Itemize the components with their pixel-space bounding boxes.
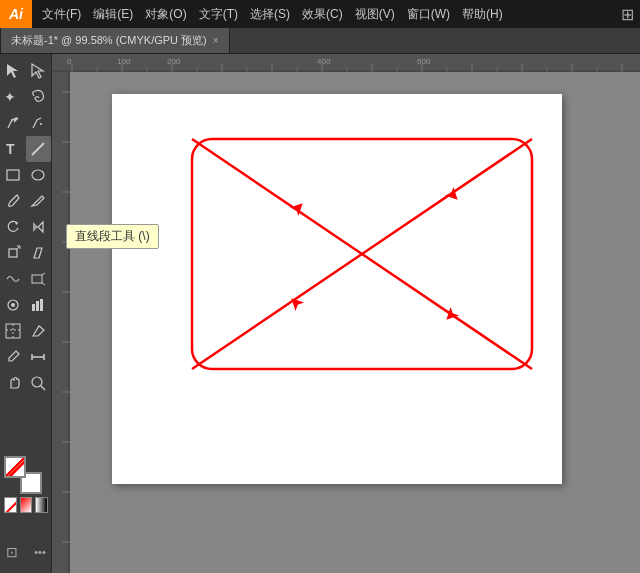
- free-transform-tool[interactable]: [26, 266, 52, 292]
- tool-row-2: ✦: [0, 84, 51, 110]
- toolbar-bottom: ⊡ •••: [0, 539, 52, 565]
- paintbrush-tool[interactable]: [0, 188, 26, 214]
- pencil-tool[interactable]: [26, 188, 52, 214]
- svg-rect-24: [52, 54, 640, 72]
- svg-text:100: 100: [117, 57, 131, 66]
- tool-row-6: [0, 188, 51, 214]
- svg-rect-10: [32, 304, 35, 311]
- svg-line-23: [5, 498, 17, 513]
- bar-chart-tool[interactable]: [26, 292, 52, 318]
- svg-rect-7: [32, 275, 42, 283]
- tooltip: 直线段工具 (\): [66, 224, 159, 249]
- svg-text:200: 200: [167, 57, 181, 66]
- workspace-icon[interactable]: ⊞: [621, 5, 634, 24]
- color-mode-row: [4, 497, 48, 513]
- svg-text:✦: ✦: [4, 89, 16, 105]
- svg-line-3: [32, 143, 44, 155]
- fill-box[interactable]: [4, 456, 26, 478]
- envelope-drawing: [182, 129, 542, 379]
- slice-tool[interactable]: [0, 318, 26, 344]
- zoom-tool[interactable]: [26, 370, 52, 396]
- svg-point-5: [32, 170, 44, 180]
- tool-row-4: T: [0, 136, 51, 162]
- tool-row-1: [0, 58, 51, 84]
- hand-tool[interactable]: [0, 370, 26, 396]
- menu-text[interactable]: 文字(T): [193, 0, 244, 28]
- svg-rect-4: [7, 170, 19, 180]
- menu-bar: 文件(F) 编辑(E) 对象(O) 文字(T) 选择(S) 效果(C) 视图(V…: [32, 0, 640, 28]
- menu-file[interactable]: 文件(F): [36, 0, 87, 28]
- type-tool[interactable]: T: [0, 136, 26, 162]
- main-area: ✦ T: [0, 54, 640, 573]
- direct-selection-tool[interactable]: [26, 58, 52, 84]
- svg-rect-54: [52, 72, 70, 573]
- change-screen-mode[interactable]: ⊡: [0, 539, 25, 565]
- warp-tool[interactable]: [0, 266, 26, 292]
- menu-help[interactable]: 帮助(H): [456, 0, 509, 28]
- tool-row-11: [0, 318, 51, 344]
- svg-point-9: [11, 303, 15, 307]
- tool-row-8: [0, 240, 51, 266]
- measure-tool[interactable]: [26, 344, 52, 370]
- more-tools[interactable]: •••: [27, 539, 53, 565]
- menu-edit[interactable]: 编辑(E): [87, 0, 139, 28]
- gradient-icon[interactable]: [35, 497, 48, 513]
- tool-row-10: [0, 292, 51, 318]
- svg-point-1: [11, 119, 13, 121]
- svg-line-68: [362, 139, 532, 254]
- rectangle-tool[interactable]: [0, 162, 26, 188]
- svg-rect-12: [40, 299, 43, 311]
- fill-stroke-boxes[interactable]: [4, 456, 42, 494]
- svg-line-69: [192, 254, 362, 369]
- left-toolbar: ✦ T: [0, 54, 52, 573]
- tooltip-text: 直线段工具 (\): [75, 229, 150, 243]
- svg-point-19: [32, 377, 42, 387]
- svg-text:0: 0: [67, 57, 72, 66]
- menu-effect[interactable]: 效果(C): [296, 0, 349, 28]
- mirror-tool[interactable]: [26, 214, 52, 240]
- menu-object[interactable]: 对象(O): [139, 0, 192, 28]
- tab-bar: 未标题-1* @ 99.58% (CMYK/GPU 预览) ×: [0, 28, 640, 54]
- ruler-top: 0 100 200 400 600: [52, 54, 640, 72]
- shear-tool[interactable]: [26, 240, 52, 266]
- menu-view[interactable]: 视图(V): [349, 0, 401, 28]
- svg-text:600: 600: [417, 57, 431, 66]
- svg-line-67: [192, 139, 362, 254]
- none-icon[interactable]: [4, 497, 17, 513]
- svg-line-20: [41, 386, 45, 390]
- view-mode-row: ⊡ •••: [0, 539, 53, 565]
- line-segment-tool[interactable]: [26, 136, 52, 162]
- selection-tool[interactable]: [0, 58, 26, 84]
- rotate-tool[interactable]: [0, 214, 26, 240]
- title-bar: Ai 文件(F) 编辑(E) 对象(O) 文字(T) 选择(S) 效果(C) 视…: [0, 0, 640, 28]
- svg-text:T: T: [6, 141, 15, 157]
- tool-row-13: [0, 370, 51, 396]
- magic-wand-tool[interactable]: ✦: [0, 84, 26, 110]
- tab-label: 未标题-1* @ 99.58% (CMYK/GPU 预览): [11, 33, 207, 48]
- tab-close-button[interactable]: ×: [213, 35, 219, 46]
- svg-line-70: [362, 254, 532, 369]
- eraser-tool[interactable]: [26, 318, 52, 344]
- pen-tool[interactable]: [0, 110, 26, 136]
- svg-rect-21: [6, 458, 26, 478]
- lasso-tool[interactable]: [26, 84, 52, 110]
- svg-line-22: [6, 458, 26, 478]
- tool-row-7: [0, 214, 51, 240]
- svg-rect-6: [9, 249, 17, 257]
- color-icon[interactable]: [20, 497, 33, 513]
- tool-row-9: [0, 266, 51, 292]
- canvas-area[interactable]: 0 100 200 400 600: [52, 54, 640, 573]
- active-tab[interactable]: 未标题-1* @ 99.58% (CMYK/GPU 预览) ×: [0, 28, 230, 53]
- menu-select[interactable]: 选择(S): [244, 0, 296, 28]
- color-area: [4, 456, 48, 513]
- svg-rect-13: [6, 324, 20, 338]
- pen-add-tool[interactable]: [26, 110, 52, 136]
- app-logo: Ai: [0, 0, 32, 28]
- eyedropper-tool[interactable]: [0, 344, 26, 370]
- tool-row-5: [0, 162, 51, 188]
- symbol-tool[interactable]: [0, 292, 26, 318]
- ellipse-tool[interactable]: [26, 162, 52, 188]
- scale-tool[interactable]: [0, 240, 26, 266]
- svg-text:400: 400: [317, 57, 331, 66]
- menu-window[interactable]: 窗口(W): [401, 0, 456, 28]
